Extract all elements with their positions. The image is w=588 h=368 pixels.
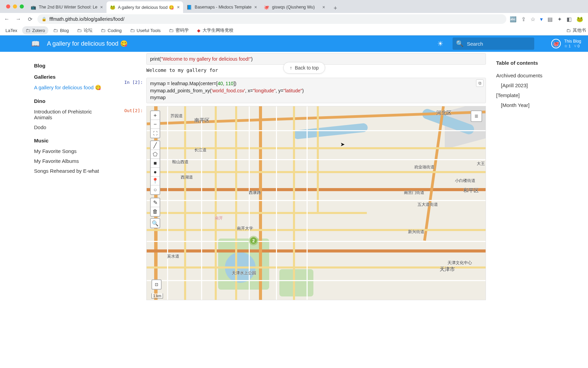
repo-link[interactable]: 🐙 This Blog ☆ 1 ⑂ 0 <box>551 39 581 48</box>
draw-circlemarker-button[interactable]: ○ <box>151 185 160 194</box>
cluster-marker[interactable]: 2 <box>249 236 258 245</box>
zoom-out-button[interactable]: − <box>151 120 160 129</box>
browser-tab-active[interactable]: 🐸 A gallery for delicious food 😋 × <box>107 1 183 13</box>
forward-button[interactable]: → <box>14 15 22 23</box>
map-label: 天津水上公园 <box>232 270 256 276</box>
arrow-up-icon: ↑ <box>290 65 292 71</box>
draw-toolbar: ╱ ⬠ ■ ● 📍 ○ <box>150 140 160 195</box>
folder-icon: 🗀 <box>77 28 82 33</box>
map-label: 小白楼街道 <box>455 178 475 184</box>
toc-item[interactable]: Archived documents <box>496 71 580 80</box>
sidepanel-icon[interactable]: ◧ <box>567 16 572 22</box>
browser-tab[interactable]: 📘 Basemaps - Mkdocs Template × <box>183 1 260 13</box>
copy-button[interactable]: ⧉ <box>476 79 484 87</box>
new-tab-button[interactable]: + <box>330 3 340 13</box>
browser-tab[interactable]: 📺 The 2nd BIU Winter School: Le × <box>27 1 107 13</box>
repo-name: This Blog <box>564 39 581 44</box>
nav-group-label: Galleries <box>34 74 108 80</box>
tab-close-icon[interactable]: × <box>322 4 325 10</box>
bookmark-item[interactable]: 🗀Useful Tools <box>127 26 164 34</box>
fullscreen-button[interactable]: ⛶ <box>151 129 160 138</box>
code-line: mymap <box>150 94 482 101</box>
map-search-button[interactable]: 🔍 <box>151 219 160 228</box>
tab-close-icon[interactable]: × <box>100 4 103 10</box>
cell-prompt-in <box>122 53 146 65</box>
tab-title: giswqs (Qiusheng Wu) <box>272 5 320 10</box>
tab-close-icon[interactable]: × <box>177 4 180 10</box>
search-box[interactable]: 🔍 <box>453 37 534 50</box>
main-content: ↑ Back to top print("Welcome to my galle… <box>116 52 493 368</box>
draw-marker-button[interactable]: 📍 <box>151 177 160 185</box>
minimize-window-button[interactable] <box>13 4 17 9</box>
bookmark-item[interactable]: 🗀密码学 <box>165 26 192 35</box>
address-bar[interactable]: 🔒 fffmath.github.io/blog/galleries/food/ <box>37 14 506 24</box>
theme-toggle-icon[interactable]: ☀ <box>435 38 446 49</box>
tab-close-icon[interactable]: × <box>254 4 257 10</box>
share-icon[interactable]: ⇪ <box>521 16 526 22</box>
map-label: 天津文化中心 <box>447 260 472 266</box>
reload-button[interactable]: ⟳ <box>26 15 34 23</box>
profile-icon[interactable]: 🐸 <box>576 16 583 22</box>
folder-icon: 🗀 <box>130 28 135 33</box>
mouse-cursor-icon: ➤ <box>340 141 345 148</box>
repo-forks: ⑂ 0 <box>574 44 579 48</box>
bookmark-star-icon[interactable]: ☆ <box>530 16 535 22</box>
toc-item[interactable]: [Template] <box>496 90 580 100</box>
toc-subitem[interactable]: [Month Year] <box>496 100 580 110</box>
browser-tab[interactable]: 🐙 giswqs (Qiusheng Wu) × <box>260 1 328 13</box>
attribution-button[interactable]: ⊡ <box>152 280 161 289</box>
tab-title: A gallery for delicious food 😋 <box>118 5 174 10</box>
bookmark-item[interactable]: 🗀Coding <box>97 26 125 34</box>
github-icon: 🐙 <box>551 39 561 48</box>
page-title: A gallery for delicious food 😋 <box>47 40 128 47</box>
back-button[interactable]: ← <box>3 15 11 23</box>
edit-toolbar: ✎ 🗑 <box>150 198 160 217</box>
extensions-puzzle-icon[interactable]: ✦ <box>557 16 562 22</box>
search-input[interactable] <box>467 41 531 47</box>
sidebar-right: Table of contents Archived documents [Ap… <box>493 52 588 368</box>
nav-item[interactable]: Introduction of Prehistoric Animals <box>34 107 108 122</box>
book-icon: ◆ <box>197 28 200 33</box>
bookmark-overflow[interactable]: 🗀其他书 <box>566 27 586 33</box>
reader-icon[interactable]: ▤ <box>548 16 553 22</box>
tab-title: The 2nd BIU Winter School: Le <box>39 5 97 10</box>
nav-item[interactable]: My Favorite Albums <box>34 156 108 166</box>
delete-button[interactable]: 🗑 <box>151 207 160 216</box>
url-text: fffmath.github.io/blog/galleries/food/ <box>49 16 125 22</box>
nav-item-active[interactable]: A gallery for delicious food 😋 <box>34 82 108 93</box>
layers-button[interactable]: ≡ <box>471 110 482 122</box>
bookmark-item[interactable]: LaTex <box>2 27 21 34</box>
page-body: Blog Galleries A gallery for delicious f… <box>0 52 588 368</box>
bookmark-item[interactable]: 🗀Blog <box>50 26 72 34</box>
bookmarks-bar: LaTex 🗀Zotero 🗀Blog 🗀论坛 🗀Coding 🗀Useful … <box>0 25 588 35</box>
translate-icon[interactable]: 🔤 <box>510 16 517 22</box>
attribution-control: ⊡ <box>151 279 162 290</box>
draw-circle-button[interactable]: ● <box>151 168 160 177</box>
code-box[interactable]: ⧉ mymap = leafmap.Map(center=[40, 110]) … <box>146 78 486 103</box>
edit-button[interactable]: ✎ <box>151 198 160 207</box>
extension-icon[interactable]: ▾ <box>540 16 543 22</box>
map-label: 南营门街道 <box>404 190 424 196</box>
back-to-top-button[interactable]: ↑ Back to top <box>283 62 325 74</box>
close-window-button[interactable] <box>6 4 10 9</box>
map-label: 五大道街道 <box>418 202 438 208</box>
zoom-in-button[interactable]: + <box>151 111 160 120</box>
toc-subitem[interactable]: [Aprill 2023] <box>496 80 580 90</box>
code-line: mymap.add_points_from_xy('world_food.csv… <box>150 87 482 94</box>
draw-polygon-button[interactable]: ⬠ <box>151 150 160 159</box>
bookmark-item[interactable]: 🗀Zotero <box>22 26 49 34</box>
site-logo-icon[interactable]: 📖 <box>31 39 40 48</box>
map-label: 长江道 <box>194 147 207 153</box>
nav-item[interactable]: My Favorite Songs <box>34 146 108 156</box>
bookmark-item[interactable]: 🗀论坛 <box>74 26 96 35</box>
map-label: 芥园道 <box>170 113 183 119</box>
nav-item[interactable]: Songs Rehearsed by E-what <box>34 166 108 176</box>
copy-icon: ⧉ <box>478 80 481 86</box>
bookmark-item[interactable]: ◆大学生网络党校 <box>194 26 237 35</box>
map-label: 南开大学 <box>237 226 253 231</box>
nav-item[interactable]: Dodo <box>34 122 108 132</box>
draw-line-button[interactable]: ╱ <box>151 141 160 150</box>
maximize-window-button[interactable] <box>20 4 24 9</box>
draw-rect-button[interactable]: ■ <box>151 159 160 168</box>
leaflet-map[interactable]: 2 河北区 南开区 长江道 西湖道 南开 南开大学 天津水上公园 天津市 天津文… <box>146 106 486 300</box>
